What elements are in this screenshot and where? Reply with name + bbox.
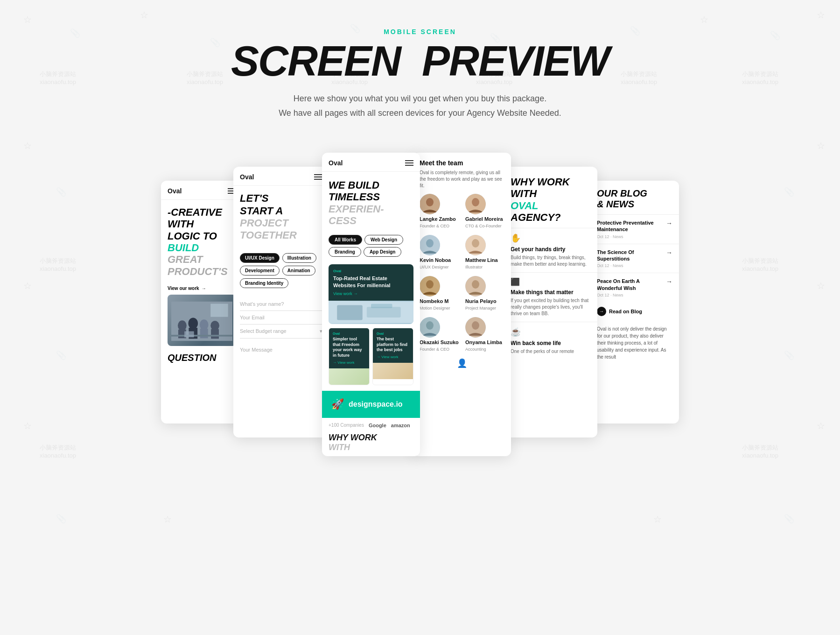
s3-cards: Oval Top-Rated Real Estate Websites For …	[322, 261, 420, 388]
team-member-8: Onyama Limba Accounting	[465, 317, 504, 352]
member-name-2: Gabriel Moreira	[465, 216, 504, 222]
svg-point-21	[426, 239, 434, 247]
member-role-1: Founder & CEO	[420, 224, 459, 228]
filter-all-works[interactable]: All Works	[329, 235, 362, 245]
member-name-6: Nuria Pelayo	[465, 298, 504, 304]
cta-icon: 🚀	[331, 398, 344, 410]
s1-logo: Oval	[168, 187, 182, 195]
tag-uiux[interactable]: UI/UX Design	[240, 253, 280, 263]
svg-rect-1	[210, 304, 228, 317]
company-amazon: amazon	[391, 423, 410, 428]
s3-nav: Oval	[322, 153, 420, 172]
s1-view-work[interactable]: View our work →	[161, 282, 243, 295]
svg-point-17	[426, 198, 434, 206]
svg-rect-13	[337, 305, 363, 320]
s2-hero: LET'S START A PROJECT TOGETHER	[233, 186, 329, 248]
svg-point-27	[472, 280, 479, 289]
team-member-4: Matthew Lina Illustrator	[465, 235, 504, 269]
card1-image	[329, 301, 413, 324]
tag-branding[interactable]: Branding Identity	[240, 278, 288, 288]
company-google: Google	[369, 423, 386, 428]
cta-text: designspace.io	[349, 400, 403, 409]
avatar-3	[420, 235, 440, 255]
s3-card-1[interactable]: Oval Top-Rated Real Estate Websites For …	[329, 264, 413, 324]
member-name-1: Langke Zambo	[420, 216, 459, 222]
s3-bottom-text: WHY WORK WITH	[322, 433, 420, 453]
coffee-icon: ☕	[511, 327, 591, 337]
read-on-blog-button[interactable]: → Read on Blog	[590, 302, 679, 321]
s4-title: Meet the team	[413, 153, 511, 169]
s2-form: What's your name? Your Email Select Budg…	[233, 293, 329, 343]
filter-app-design[interactable]: App Design	[364, 247, 402, 257]
s2-name-field[interactable]: What's your name?	[240, 297, 322, 311]
member-role-8: Accounting	[465, 347, 504, 352]
filter-branding[interactable]: Branding	[329, 247, 361, 257]
screens-container: Oval -CREATIVE WITH LOGIC TO BUILD GREAT…	[0, 134, 840, 475]
s5-feature-2: ⬛ Make things that matter If you get exc…	[504, 272, 597, 322]
s3-filter-tags: All Works Web Design Branding App Design	[322, 231, 420, 261]
s3-hamburger[interactable]	[405, 160, 413, 166]
screen-3: Oval WE BUILDTIMELESS EXPERIEN-CESS All …	[322, 153, 420, 456]
svg-rect-9	[211, 329, 219, 339]
s2-budget-field[interactable]: Select Budget range ▾	[240, 325, 322, 339]
blog-item-2[interactable]: The Science Of Superstitions Oct 12 · Ne…	[590, 244, 679, 273]
blog-item-1[interactable]: Protective Preventative Maintenance Oct …	[590, 214, 679, 244]
page-title: SCREEN PREVIEW	[0, 40, 840, 82]
svg-point-8	[210, 321, 219, 331]
read-arrow-icon: →	[597, 307, 606, 316]
s6-footer-text: Oval is not only deliver the design for …	[590, 321, 679, 365]
member-role-5: Motion Designer	[420, 306, 459, 310]
s3-logo: Oval	[329, 159, 343, 167]
s3-hero: WE BUILDTIMELESS EXPERIEN-CESS	[322, 172, 420, 231]
s2-nav: Oval	[233, 167, 329, 186]
s4-subtitle: Oval is completely remote, giving us all…	[413, 169, 511, 194]
member-name-3: Kevin Noboa	[420, 257, 459, 263]
mobile-screen-label: MOBILE SCREEN	[0, 28, 840, 35]
svg-rect-7	[200, 329, 208, 339]
avatar-1	[420, 194, 440, 214]
s1-nav: Oval	[161, 181, 243, 200]
screen-2: Oval LET'S START A PROJECT TOGETHER UI/U…	[233, 167, 329, 437]
s3-card-2[interactable]: Oval Simpler tool that Freedom your work…	[329, 328, 370, 385]
tag-development[interactable]: Development	[240, 266, 280, 275]
avatar-2	[465, 194, 486, 214]
s3-cta-bar[interactable]: 🚀 designspace.io	[322, 391, 420, 418]
blog-arrow-1: →	[666, 219, 672, 227]
svg-point-23	[472, 239, 479, 247]
member-name-4: Matthew Lina	[465, 257, 504, 263]
s1-team-image	[168, 295, 236, 346]
s5-why-title: WHY WORK WITH OVAL AGENCY?	[504, 167, 597, 228]
s1-big-text: -CREATIVE WITH LOGIC TO BUILD GREAT PROD…	[168, 206, 236, 277]
s3-companies: +100 Companies Google amazon	[322, 418, 420, 433]
blog-item-3[interactable]: Peace On Earth A Wonderful Wish Oct 12 ·…	[590, 273, 679, 302]
screen-5: WHY WORK WITH OVAL AGENCY? ✋ Get your ha…	[504, 167, 597, 437]
crop-icon: ⬛	[511, 277, 591, 286]
member-name-8: Onyama Limba	[465, 339, 504, 345]
avatar-5	[420, 276, 440, 296]
s2-logo: Oval	[240, 173, 254, 181]
s3-card-3[interactable]: Oval The best platform to find the best …	[372, 328, 413, 385]
tag-illustration[interactable]: Illustration	[282, 253, 316, 263]
tag-animation[interactable]: Animation	[282, 266, 315, 275]
team-grid: Langke Zambo Founder & CEO Gabriel Morei…	[413, 194, 511, 352]
s2-email-field[interactable]: Your Email	[240, 311, 322, 325]
team-member-2: Gabriel Moreira CTO & Co-Founder	[465, 194, 504, 228]
s2-message-field[interactable]: Your Message	[233, 343, 329, 356]
contact-icon: 👤	[413, 352, 511, 375]
member-role-2: CTO & Co-Founder	[465, 224, 504, 228]
svg-rect-14	[367, 307, 401, 318]
screen-1: Oval -CREATIVE WITH LOGIC TO BUILD GREAT…	[161, 181, 243, 423]
member-role-6: Project Manager	[465, 306, 504, 310]
team-member-5: Nombeko M Motion Designer	[420, 276, 459, 310]
s5-feature-3: ☕ Win back some life One of the perks of…	[504, 322, 597, 360]
team-svg	[171, 300, 232, 342]
member-name-7: Okazaki Suzuko	[420, 339, 459, 345]
s2-tags: UI/UX Design Illustration Development An…	[233, 248, 329, 293]
s2-hamburger[interactable]	[314, 174, 322, 180]
svg-point-2	[178, 320, 187, 331]
s3-cards-row: Oval Simpler tool that Freedom your work…	[329, 328, 413, 385]
filter-web-design[interactable]: Web Design	[364, 235, 403, 245]
s1-hero: -CREATIVE WITH LOGIC TO BUILD GREAT PROD…	[161, 200, 243, 282]
screen-4: Meet the team Oval is completely remote,…	[413, 153, 511, 456]
s5-feature-1: ✋ Get your hands dirty Build things, try…	[504, 228, 597, 272]
